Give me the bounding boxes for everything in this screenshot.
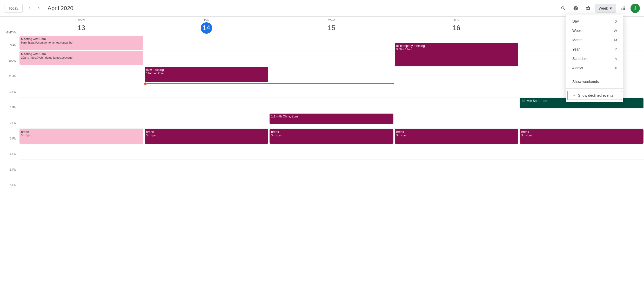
- menu-item-week[interactable]: Week W: [566, 26, 623, 35]
- day-label-tue: TUE: [204, 18, 209, 21]
- menu-label-day: Day: [572, 19, 579, 23]
- today-button[interactable]: Today: [4, 4, 23, 13]
- menu-item-month[interactable]: Month M: [566, 35, 623, 45]
- day-label-thu: THU: [454, 18, 460, 21]
- time-1pm: 1 PM: [0, 105, 19, 121]
- event-new-meeting[interactable]: new meeting 11am – 12pm: [145, 67, 269, 82]
- calendar-container: GMT-04 MON 13 TUE 14 WED 15 THU 16 FRI 1…: [0, 17, 644, 293]
- day-header-thu[interactable]: THU 16: [394, 17, 519, 35]
- settings-button[interactable]: [583, 3, 593, 13]
- day-header-wed[interactable]: WED 15: [269, 17, 394, 35]
- event-line-tue: [147, 83, 394, 84]
- day-header-mon[interactable]: MON 13: [19, 17, 144, 35]
- days-grid: Meeting with Sam 9am, https://ycbmdemo-j…: [19, 35, 644, 293]
- time-4pm: 4 PM: [0, 152, 19, 168]
- menu-shortcut-year: Y: [615, 47, 617, 51]
- timezone-label: GMT-04: [0, 17, 19, 35]
- time-9am: 9 AM: [0, 43, 19, 59]
- checkmark-icon: ✓: [573, 93, 576, 97]
- search-icon: [561, 6, 566, 11]
- time-10am: 10 AM: [0, 59, 19, 74]
- menu-shortcut-week: W: [614, 29, 617, 33]
- time-2pm: 2 PM: [0, 121, 19, 136]
- menu-item-weekends[interactable]: Show weekends: [566, 77, 623, 86]
- prev-button[interactable]: ‹: [25, 4, 34, 13]
- time-5pm: 5 PM: [0, 168, 19, 183]
- day-number-wed: 15: [326, 22, 337, 34]
- time-6pm: 6 PM: [0, 183, 19, 199]
- menu-shortcut-month: M: [614, 38, 617, 42]
- time-12pm: 12 PM: [0, 90, 19, 105]
- day-header-tue[interactable]: TUE 14: [144, 17, 269, 35]
- menu-item-day[interactable]: Day D: [566, 17, 623, 26]
- day-col-wed: 1:1 with Chris, 2pm break 3 – 4pm: [269, 35, 394, 293]
- menu-shortcut-day: D: [615, 19, 617, 23]
- gear-icon: [586, 6, 591, 11]
- event-break-mon[interactable]: break 3 – 4pm: [19, 129, 143, 144]
- avatar[interactable]: J: [630, 4, 640, 13]
- day-label-wed: WED: [328, 18, 335, 21]
- header-right: Week ▼ J: [558, 3, 640, 13]
- menu-divider-2: [566, 88, 623, 89]
- menu-shortcut-schedule: A: [615, 57, 617, 61]
- calendar-body: 9 AM 10 AM 11 AM 12 PM 1 PM 2 PM 3 PM 4 …: [0, 35, 644, 293]
- view-selector-button[interactable]: Week ▼: [595, 4, 616, 13]
- event-all-company[interactable]: all company meeting 9:30 – 11am: [395, 43, 519, 66]
- chevron-down-icon: ▼: [609, 6, 613, 10]
- apps-icon: [621, 6, 626, 11]
- menu-label-weekends: Show weekends: [572, 80, 599, 84]
- menu-label-week: Week: [572, 29, 582, 33]
- event-break-tue[interactable]: break 3 – 4pm: [145, 129, 269, 144]
- menu-item-declined-left: ✓ Show declined events: [573, 93, 613, 97]
- month-title: April 2020: [48, 5, 73, 12]
- day-headers: GMT-04 MON 13 TUE 14 WED 15 THU 16 FRI 1…: [0, 17, 644, 35]
- time-11am: 11 AM: [0, 74, 19, 90]
- day-col-thu: all company meeting 9:30 – 11am break 3 …: [394, 35, 519, 293]
- apps-button[interactable]: [618, 3, 628, 13]
- search-button[interactable]: [558, 3, 568, 13]
- menu-label-year: Year: [572, 47, 580, 51]
- menu-label-declined: Show declined events: [578, 93, 613, 97]
- day-number-mon: 13: [76, 22, 87, 34]
- time-3pm: 3 PM: [0, 136, 19, 152]
- view-dropdown-menu: Day D Week W Month M Year Y Schedule A 4…: [566, 15, 623, 102]
- event-11-chris[interactable]: 1:1 with Chris, 2pm: [270, 114, 393, 124]
- event-dot-tue: [144, 82, 147, 85]
- time-gutter: 9 AM 10 AM 11 AM 12 PM 1 PM 2 PM 3 PM 4 …: [0, 35, 19, 293]
- menu-item-year[interactable]: Year Y: [566, 45, 623, 54]
- day-number-tue: 14: [201, 22, 212, 34]
- day-col-mon: Meeting with Sam 9am, https://ycbmdemo-j…: [19, 35, 144, 293]
- menu-item-4days[interactable]: 4 days X: [566, 63, 623, 73]
- day-label-mon: MON: [78, 18, 85, 21]
- menu-item-declined[interactable]: ✓ Show declined events: [567, 91, 622, 100]
- event-break-fri[interactable]: break 3 – 4pm: [520, 129, 643, 144]
- event-break-thu[interactable]: break 3 – 4pm: [395, 129, 519, 144]
- menu-label-month: Month: [572, 38, 582, 42]
- menu-label-schedule: Schedule: [572, 57, 587, 61]
- calendar-header: Today ‹ › April 2020 Week ▼ J: [0, 0, 644, 17]
- event-break-wed[interactable]: break 3 – 4pm: [270, 129, 393, 144]
- menu-item-schedule[interactable]: Schedule A: [566, 54, 623, 63]
- event-meeting-sam-10am[interactable]: Meeting with Sam 10am, https://ycbmdemo-…: [19, 51, 143, 65]
- menu-divider-1: [566, 75, 623, 75]
- event-meeting-sam-9am[interactable]: Meeting with Sam 9am, https://ycbmdemo-j…: [19, 36, 143, 50]
- next-button[interactable]: ›: [34, 4, 43, 13]
- nav-arrows: ‹ ›: [25, 4, 43, 13]
- menu-shortcut-4days: X: [615, 66, 617, 70]
- day-col-tue: new meeting 11am – 12pm break 3 – 4pm: [144, 35, 269, 293]
- day-number-thu: 16: [451, 22, 462, 34]
- menu-label-4days: 4 days: [572, 66, 583, 70]
- help-icon: [573, 6, 578, 11]
- help-button[interactable]: [571, 3, 581, 13]
